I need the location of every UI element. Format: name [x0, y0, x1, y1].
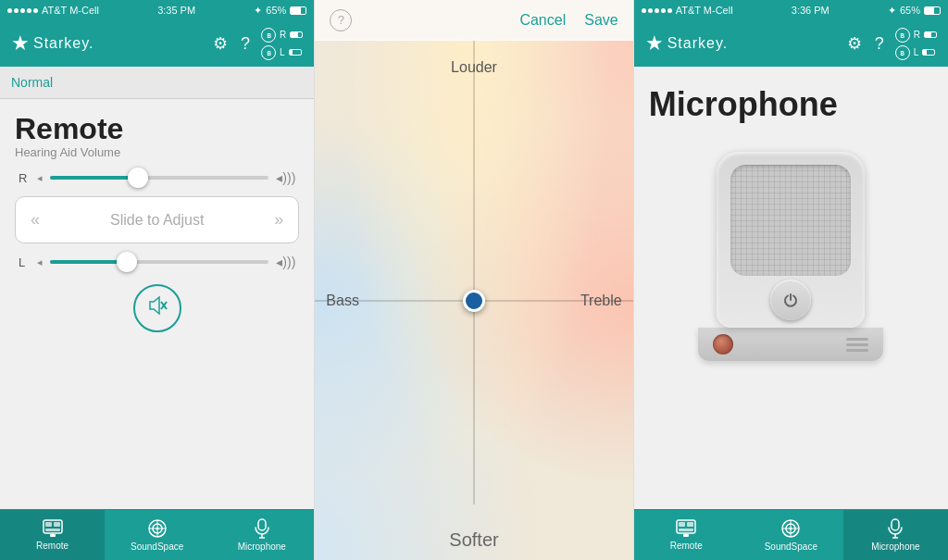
- mode-bar: Normal: [0, 67, 314, 99]
- battery-label-1: 65%: [266, 5, 286, 16]
- microphone-content: Microphone: [634, 67, 948, 509]
- microphone-indicator-light: [713, 334, 733, 355]
- bt-badge-r: ʙ R: [261, 28, 303, 43]
- volume-low-icon-l: ◂: [37, 256, 43, 268]
- microphone-power-area: [717, 272, 865, 328]
- starkey-logo-3: ★ Starkey.: [645, 31, 729, 56]
- remote-content: Remote Hearing Aid Volume R ◂ ◂))) « Sli…: [0, 99, 314, 509]
- bt-label-r: R: [280, 30, 286, 40]
- soundspace-header-actions: Cancel Save: [519, 12, 617, 29]
- panel-microphone: AT&T M-Cell 3:36 PM ✦ 65% ★ Starkey. ⚙ ?…: [634, 0, 948, 560]
- bt-label-r-3: R: [914, 30, 920, 40]
- svg-rect-18: [679, 529, 693, 531]
- status-bar-left-3: AT&T M-Cell: [642, 5, 733, 16]
- slider-thumb-l[interactable]: [117, 252, 137, 272]
- soundspace-save-button[interactable]: Save: [584, 12, 617, 29]
- slide-adjust-button[interactable]: « Slide to Adjust »: [15, 196, 299, 243]
- tab-bar-1: Remote SoundSpace Microphone: [0, 509, 314, 560]
- starkey-logo-1: ★ Starkey.: [11, 31, 94, 56]
- tab-microphone-label-1: Microphone: [238, 541, 286, 552]
- volume-high-icon-r: ◂))): [276, 170, 295, 185]
- bt-icon-r: ʙ: [261, 28, 276, 43]
- star-icon-3: ★: [645, 31, 664, 56]
- slider-fill-r: [50, 176, 138, 180]
- svg-rect-17: [687, 522, 693, 527]
- battery-indicator-1: [290, 6, 306, 15]
- treble-label: Treble: [580, 292, 622, 309]
- settings-button-1[interactable]: ⚙: [211, 31, 230, 56]
- louder-label: Louder: [451, 59, 497, 76]
- tab-microphone-3[interactable]: Microphone: [843, 510, 948, 560]
- mute-button[interactable]: [133, 284, 181, 332]
- volume-high-icon-l: ◂))): [276, 255, 295, 269]
- status-bar-left-1: AT&T M-Cell: [7, 5, 99, 16]
- soundspace-help-button[interactable]: ?: [330, 9, 352, 31]
- adjust-right-arrows: »: [274, 210, 283, 230]
- header-icons-1: ⚙ ? ʙ R ʙ L: [211, 28, 303, 60]
- bt-icon-l-3: ʙ: [895, 45, 910, 60]
- slider-fill-l: [50, 260, 127, 264]
- tab-soundspace-3[interactable]: SoundSpace: [739, 510, 843, 560]
- power-icon: [781, 291, 800, 309]
- settings-button-3[interactable]: ⚙: [845, 31, 864, 56]
- softer-label: Softer: [449, 529, 498, 551]
- adjust-left-arrows: «: [31, 210, 40, 230]
- svg-rect-25: [892, 519, 899, 530]
- svg-rect-6: [50, 534, 56, 537]
- tab-remote-3[interactable]: Remote: [634, 510, 739, 560]
- menu-line: [846, 338, 868, 341]
- time-label-1: 3:35 PM: [157, 5, 195, 16]
- remote-tab-icon-1: [42, 519, 64, 538]
- svg-rect-19: [683, 534, 689, 537]
- slider-row-l: L ◂ ◂))): [15, 255, 299, 269]
- svg-rect-12: [258, 519, 266, 530]
- carrier-label-1: AT&T M-Cell: [42, 5, 99, 16]
- status-bar-1: AT&T M-Cell 3:35 PM ✦ 65%: [0, 0, 314, 20]
- bt-battery-l-3: [922, 49, 935, 56]
- time-label-3: 3:36 PM: [792, 5, 830, 16]
- bt-battery-fill-r-3: [925, 32, 931, 37]
- soundspace-header: ? Cancel Save: [315, 0, 632, 41]
- soundspace-control-dot[interactable]: [463, 290, 485, 312]
- tab-microphone-label-3: Microphone: [871, 541, 919, 552]
- signal-dot: [667, 8, 672, 13]
- slider-r-label: R: [19, 171, 30, 185]
- slider-track-r[interactable]: [50, 176, 268, 180]
- bt-badge-l: ʙ L: [261, 45, 303, 60]
- bt-icon-l: ʙ: [261, 45, 276, 60]
- tab-microphone-1[interactable]: Microphone: [209, 510, 314, 560]
- signal-dot: [33, 8, 38, 13]
- slider-track-l[interactable]: [50, 260, 268, 264]
- tab-remote-1[interactable]: Remote: [0, 510, 105, 560]
- slider-l-label: L: [19, 255, 30, 269]
- volume-low-icon-r: ◂: [37, 172, 43, 184]
- soundspace-body: Louder Bass Treble Softer: [315, 41, 632, 560]
- bt-badges-3: ʙ R ʙ L: [895, 28, 937, 60]
- tab-soundspace-label-3: SoundSpace: [765, 541, 817, 552]
- mode-label: Normal: [11, 75, 53, 90]
- remote-title-area: Remote Hearing Aid Volume: [15, 114, 299, 159]
- battery-label-3: 65%: [900, 5, 920, 16]
- help-button-3[interactable]: ?: [873, 32, 886, 56]
- mute-icon: [144, 292, 170, 324]
- svg-rect-4: [54, 522, 60, 527]
- microphone-title: Microphone: [649, 85, 838, 124]
- panel-soundspace: ? Cancel Save Louder Bass Treble Softer: [315, 0, 632, 560]
- bt-label-l: L: [280, 47, 285, 57]
- help-button-1[interactable]: ?: [239, 32, 252, 56]
- microphone-grille: [730, 165, 851, 276]
- remote-subtitle: Hearing Aid Volume: [15, 145, 299, 159]
- slider-thumb-r[interactable]: [128, 168, 148, 188]
- bluetooth-status-icon: ✦: [254, 5, 262, 17]
- microphone-power-button[interactable]: [770, 280, 811, 320]
- bt-icon-r-3: ʙ: [895, 28, 910, 43]
- bt-battery-fill-l: [290, 50, 293, 55]
- soundspace-cancel-button[interactable]: Cancel: [519, 12, 566, 29]
- star-icon-1: ★: [11, 31, 30, 56]
- soundspace-tab-icon-3: [780, 518, 801, 539]
- microphone-body: [717, 152, 865, 328]
- tab-soundspace-1[interactable]: SoundSpace: [105, 510, 209, 560]
- header-icons-3: ⚙ ? ʙ R ʙ L: [845, 28, 937, 60]
- bt-badge-l-3: ʙ L: [895, 45, 937, 60]
- tab-remote-label-1: Remote: [36, 541, 69, 551]
